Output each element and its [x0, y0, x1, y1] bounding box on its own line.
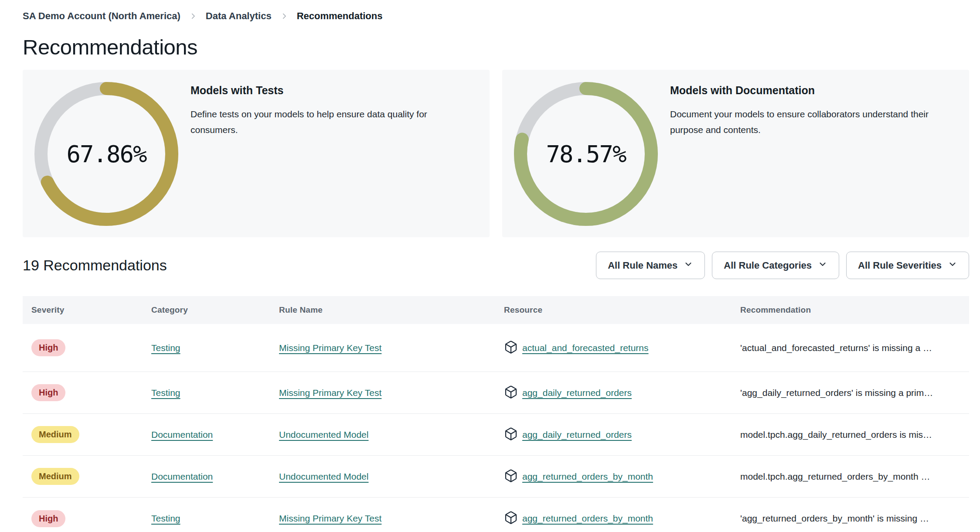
card-text: Models with Documentation Document your … — [670, 84, 945, 237]
resource-link[interactable]: actual_and_forecasted_returns — [522, 343, 649, 353]
column-header-category: Category — [151, 305, 279, 315]
category-link[interactable]: Documentation — [151, 430, 213, 440]
rule-name-cell: Missing Primary Key Test — [279, 388, 504, 398]
model-box-icon — [504, 340, 518, 356]
recommendations-count-title: 19 Recommendations — [23, 257, 167, 274]
rule-name-cell: Undocumented Model — [279, 471, 504, 482]
rule-name-link[interactable]: Missing Primary Key Test — [279, 343, 381, 353]
filter-rule-categories-dropdown[interactable]: All Rule Categories — [712, 252, 839, 279]
severity-badge: High — [31, 339, 65, 356]
card-models-with-documentation: 78.57% Models with Documentation Documen… — [502, 70, 969, 237]
card-models-with-tests: 67.86% Models with Tests Define tests on… — [23, 70, 490, 237]
column-header-severity: Severity — [23, 305, 151, 315]
recommendation-text: model.tpch.agg_daily_returned_orders is … — [740, 430, 969, 440]
recommendations-table: Severity Category Rule Name Resource Rec… — [23, 296, 969, 532]
filter-label: All Rule Categories — [724, 260, 812, 271]
filter-label: All Rule Names — [608, 260, 677, 271]
severity-cell: Medium — [23, 468, 151, 485]
rule-name-link[interactable]: Undocumented Model — [279, 430, 368, 440]
resource-cell: agg_returned_orders_by_month — [504, 469, 740, 484]
table-row: High Testing Missing Primary Key Test ag… — [23, 372, 969, 414]
recommendation-text: 'agg_returned_orders_by_month' is missin… — [740, 513, 969, 524]
category-link[interactable]: Testing — [151, 513, 180, 523]
card-title: Models with Tests — [191, 84, 465, 97]
breadcrumb-current: Recommendations — [297, 10, 383, 22]
table-row: High Testing Missing Primary Key Test ac… — [23, 324, 969, 372]
list-toolbar: 19 Recommendations All Rule Names All Ru… — [23, 252, 969, 279]
category-cell: Testing — [151, 388, 279, 398]
model-box-icon — [504, 385, 518, 401]
table-row: Medium Documentation Undocumented Model … — [23, 414, 969, 456]
resource-link[interactable]: agg_returned_orders_by_month — [522, 513, 653, 524]
donut-wrap: 67.86% — [32, 80, 180, 228]
page-title: Recommendations — [23, 35, 969, 59]
category-cell: Documentation — [151, 471, 279, 482]
chevron-down-icon — [818, 259, 827, 272]
filter-label: All Rule Severities — [858, 260, 942, 271]
card-description: Document your models to ensure collabora… — [670, 106, 945, 138]
category-cell: Testing — [151, 513, 279, 524]
model-box-icon — [504, 469, 518, 484]
column-header-recommendation: Recommendation — [740, 305, 969, 315]
model-box-icon — [504, 427, 518, 443]
donut-wrap: 78.57% — [512, 80, 660, 228]
severity-cell: High — [23, 339, 151, 356]
resource-cell: agg_daily_returned_orders — [504, 427, 740, 443]
table-row: High Testing Missing Primary Key Test ag… — [23, 498, 969, 532]
category-link[interactable]: Documentation — [151, 471, 213, 481]
rule-name-link[interactable]: Missing Primary Key Test — [279, 513, 381, 523]
severity-badge: Medium — [31, 426, 79, 443]
breadcrumb-account[interactable]: SA Demo Account (North America) — [23, 10, 180, 22]
category-link[interactable]: Testing — [151, 388, 180, 398]
recommendations-table-body: High Testing Missing Primary Key Test ac… — [23, 324, 969, 532]
donut-percent-label: 78.57% — [512, 80, 660, 228]
resource-link[interactable]: agg_daily_returned_orders — [522, 430, 632, 440]
recommendation-text: model.tpch.agg_returned_orders_by_month … — [740, 471, 969, 482]
rule-name-link[interactable]: Missing Primary Key Test — [279, 388, 381, 398]
resource-cell: actual_and_forecasted_returns — [504, 340, 740, 356]
card-title: Models with Documentation — [670, 84, 945, 97]
column-header-rule-name: Rule Name — [279, 305, 504, 315]
recommendation-text: 'agg_daily_returned_orders' is missing a… — [740, 388, 969, 398]
column-header-resource: Resource — [504, 305, 740, 315]
category-link[interactable]: Testing — [151, 343, 180, 353]
table-row: Medium Documentation Undocumented Model … — [23, 456, 969, 498]
chevron-down-icon — [684, 259, 693, 272]
category-cell: Testing — [151, 343, 279, 353]
resource-cell: agg_returned_orders_by_month — [504, 511, 740, 526]
rule-name-cell: Missing Primary Key Test — [279, 343, 504, 353]
severity-badge: High — [31, 510, 65, 527]
severity-badge: High — [31, 384, 65, 401]
recommendation-text: 'actual_and_forecasted_returns' is missi… — [740, 343, 969, 353]
rule-name-cell: Missing Primary Key Test — [279, 513, 504, 524]
filter-rule-severities-dropdown[interactable]: All Rule Severities — [846, 252, 969, 279]
card-description: Define tests on your models to help ensu… — [191, 106, 465, 138]
filter-group: All Rule Names All Rule Categories All R… — [596, 252, 969, 279]
chevron-down-icon — [948, 259, 957, 272]
table-header-row: Severity Category Rule Name Resource Rec… — [23, 296, 969, 324]
recommendations-page: SA Demo Account (North America) Data Ana… — [0, 10, 980, 532]
category-cell: Documentation — [151, 430, 279, 440]
resource-link[interactable]: agg_daily_returned_orders — [522, 388, 632, 398]
severity-badge: Medium — [31, 468, 79, 485]
severity-cell: Medium — [23, 426, 151, 443]
filter-rule-names-dropdown[interactable]: All Rule Names — [596, 252, 705, 279]
card-text: Models with Tests Define tests on your m… — [191, 84, 465, 237]
rule-name-cell: Undocumented Model — [279, 430, 504, 440]
model-box-icon — [504, 511, 518, 526]
breadcrumb: SA Demo Account (North America) Data Ana… — [23, 10, 969, 22]
metric-cards: 67.86% Models with Tests Define tests on… — [23, 70, 969, 237]
donut-percent-label: 67.86% — [32, 80, 180, 228]
severity-cell: High — [23, 510, 151, 527]
breadcrumb-project[interactable]: Data Analytics — [206, 10, 272, 22]
resource-cell: agg_daily_returned_orders — [504, 385, 740, 401]
rule-name-link[interactable]: Undocumented Model — [279, 471, 368, 481]
chevron-right-icon — [280, 12, 288, 20]
resource-link[interactable]: agg_returned_orders_by_month — [522, 471, 653, 482]
severity-cell: High — [23, 384, 151, 401]
chevron-right-icon — [189, 12, 197, 20]
